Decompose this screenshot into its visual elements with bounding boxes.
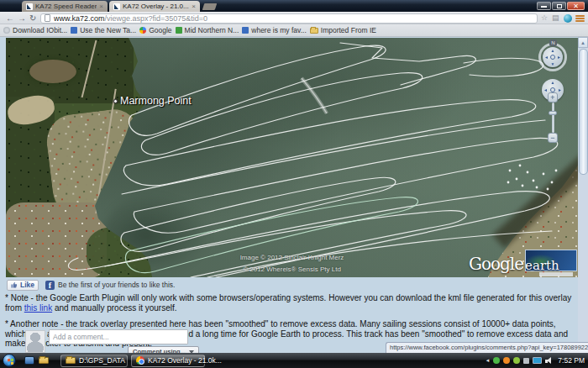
zoom-slider-track[interactable] [552,103,554,133]
chrome-window-label: KA72 Overlay - 21.0k... [148,356,222,365]
tray-icon-orange[interactable] [503,357,510,364]
taskbar-chrome-button[interactable]: KA72 Overlay - 21.0k... [131,355,205,367]
windows-taskbar: D:\GPS_DATA KA72 Overlay - 21.0k... ◄ 7:… [0,353,588,368]
arrow-up-icon: ▲ [551,81,555,85]
bookmark-google[interactable]: Google [139,26,171,34]
page-icon [45,14,50,22]
kml-download-link[interactable]: this link [24,303,52,313]
minimize-icon [541,6,547,8]
arrow-left-icon: ◄ [544,55,549,60]
folder-icon [310,28,318,34]
like-message-text: Be the first of your friends to like thi… [58,281,175,289]
tray-icon-gray[interactable] [523,358,529,364]
system-tray: ◄ 7:52 PM [485,353,585,368]
quick-launch-icon[interactable] [24,356,34,365]
desktop-screen: KA72 Speed Reader × KA72 Overlay - 21.0.… [0,0,588,368]
earth-navigation-controls: N ▲ ▼ ◄ ► ▲ ▼ ◄ ► + − [537,39,570,147]
window-controls: ✕ [537,2,585,10]
restore-button[interactable] [552,2,566,10]
status-url-bubble: https://www.facebook.com/plugins/comment… [386,342,588,353]
zoom-slider-thumb[interactable] [549,111,557,115]
chrome-icon [136,356,144,365]
note-text: and manually process it yourself. [52,303,176,313]
look-joystick[interactable]: ▲ ▼ ◄ ► [543,47,563,67]
imagery-copyright: Image © 2012 Sinclair Knight Merz [240,254,344,261]
bookmark-label: Google [149,26,171,34]
note-plugin: * Note - the Google Earth Plugin will on… [5,293,575,313]
bookmark-label: Mid Northern N... [185,26,239,34]
url-text: www.ka72.com/viewge.aspx?fid=35075&tid=0 [54,14,207,23]
start-button[interactable] [3,354,16,367]
green-favicon-icon [176,27,182,34]
tab-close-icon[interactable]: × [192,3,196,10]
ka72-favicon-icon [113,3,120,10]
taskbar-explorer-button[interactable]: D:\GPS_DATA [60,355,128,367]
browser-tab-strip: KA72 Speed Reader × KA72 Overlay - 21.0.… [0,0,588,12]
display-tray-icon[interactable] [533,357,542,364]
explorer-label: D:\GPS_DATA [79,356,125,365]
close-icon: ✕ [568,3,584,10]
zoom-out-button[interactable]: − [548,133,558,143]
google-earth-map[interactable]: Marmong Point Image © 2012 Sinclair Knig… [6,38,578,277]
north-indicator[interactable]: N [549,39,557,46]
chrome-menu-icon[interactable] [575,15,585,23]
volume-icon[interactable] [545,357,553,365]
close-button[interactable]: ✕ [567,2,585,10]
tab-title: KA72 Overlay - 21.0... [123,3,189,10]
place-marker-icon [113,99,118,103]
scroll-up-button[interactable]: ▲ [578,37,588,48]
bookmark-star-icon[interactable]: ☆ [541,13,548,22]
page-action-icon[interactable]: ▤ [552,13,559,22]
tray-expand-icon[interactable]: ◄ [485,358,490,363]
arrow-down-icon: ▼ [551,62,555,66]
globe-icon [3,27,10,34]
windows-logo-icon [8,358,13,365]
extension-icon[interactable] [564,14,572,23]
logo-text: Googleearth [469,254,559,274]
bookmark-where-is[interactable]: where is my fav... [242,26,307,34]
arrow-right-icon: ► [558,88,562,92]
folder-icon [66,357,76,364]
google-earth-logo: Googleearth [469,247,578,277]
data-copyright: © 2012 Whereis® Sensis Pty Ltd [243,265,341,273]
like-label: Like [20,281,34,289]
scrollbar-thumb[interactable] [579,49,588,175]
facebook-like-bar: Like f Be the first of your friends to l… [7,279,175,291]
antivirus-tray-icon[interactable] [493,357,500,364]
moored-boats [507,165,558,191]
tab-ka72-speed-reader[interactable]: KA72 Speed Reader × [22,1,108,12]
address-bar[interactable]: www.ka72.com/viewge.aspx?fid=35075&tid=0 [40,13,538,24]
bookmark-imported-from-ie[interactable]: Imported From IE [310,26,376,34]
page-scrollbar[interactable]: ▲ ▼ [578,37,588,353]
arrow-left-icon: ◄ [543,88,548,92]
earth-wordmark: earth [525,258,559,273]
like-button[interactable]: Like [7,280,39,291]
tray-icon-green[interactable] [513,357,520,364]
minimize-button[interactable] [537,2,551,10]
taskbar-clock[interactable]: 7:52 PM [558,356,585,365]
url-path: /viewge.aspx?fid=35075&tid=0 [105,14,208,23]
blue-favicon-icon [71,27,77,34]
tab-close-icon[interactable]: × [99,3,103,10]
reload-button[interactable]: ↻ [29,13,36,24]
place-label-marmong-point: Marmong Point [113,95,192,107]
thumbs-up-icon [11,281,18,288]
like-message: f Be the first of your friends to like t… [45,281,175,290]
arrow-up-icon: ▲ [551,49,555,53]
comment-input[interactable] [49,329,188,344]
zoom-in-button[interactable]: + [548,92,558,103]
tab-title: KA72 Speed Reader [35,3,97,10]
tab-ka72-overlay[interactable]: KA72 Overlay - 21.0... × [109,1,200,12]
bookmark-mid-northern[interactable]: Mid Northern N... [176,26,239,34]
place-label-text: Marmong Point [120,95,192,107]
joystick-center [550,55,555,60]
explorer-icon[interactable] [39,357,49,364]
forward-button[interactable]: → [18,13,26,24]
bookmark-download-iobit[interactable]: Download IObit... [3,26,67,34]
url-domain: www.ka72.com [54,14,105,23]
google-wordmark: Google [469,254,523,274]
bookmark-label: where is my fav... [251,26,307,34]
new-tab-button[interactable] [202,3,218,10]
bookmark-use-the-new[interactable]: Use the New Ta... [71,26,136,34]
back-button[interactable]: ← [6,13,14,24]
